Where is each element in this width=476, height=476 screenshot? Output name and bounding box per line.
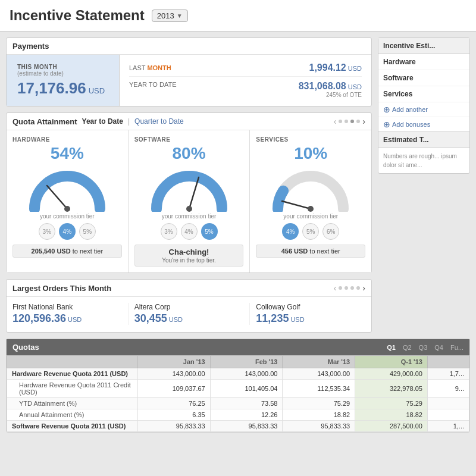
page-header: Incentive Statement 2013 ▼ <box>0 0 476 32</box>
table-row: Hardware Revenue Quota 2011 Credit (USD)… <box>7 380 469 398</box>
gauge-software-svg <box>148 164 231 212</box>
ytd-sub: 245% of OTE <box>299 92 362 98</box>
tier-3pct-hardware: 3% <box>39 223 55 240</box>
this-month-currency: USD <box>89 86 105 95</box>
tier-3pct-software: 3% <box>161 223 177 240</box>
quotas-card: Quotas Q1 Q2 Q3 Q4 Fu... Jan '13 Feb '13… <box>6 339 470 433</box>
svg-point-1 <box>64 206 70 212</box>
quota-nav: ‹ › <box>334 117 365 126</box>
order-currency-1: USD <box>68 316 82 323</box>
orders-dot-1 <box>339 286 342 290</box>
order-amount-1: 120,596.36 <box>12 312 66 325</box>
this-month-amount: 17,176.96 <box>17 79 86 98</box>
svg-line-2 <box>189 177 199 209</box>
gauge-software-footer: Cha-ching! You're in the top tier. <box>134 245 244 267</box>
quota-tab-qtd[interactable]: Quarter to Date <box>134 117 184 126</box>
svg-point-3 <box>186 206 192 212</box>
order-amount-2: 30,455 <box>134 312 167 325</box>
nav-dot-4 <box>356 120 360 123</box>
gauge-services-footer: 456 USD to next tier <box>256 245 365 258</box>
svg-line-0 <box>47 186 67 209</box>
add-another-button[interactable]: ⊕ Add another <box>378 102 469 117</box>
page-title: Incentive Statement <box>10 7 145 24</box>
ytd-amount: 831,068.08 <box>299 81 346 92</box>
gauge-software-label: SOFTWARE <box>134 136 171 143</box>
order-currency-3: USD <box>290 316 304 323</box>
col-header-extra <box>427 356 469 368</box>
col-header-mar: Mar '13 <box>283 356 355 368</box>
svg-line-4 <box>282 201 311 209</box>
this-month-panel: THIS MONTH (estimate to date) 17,176.96 … <box>7 55 120 106</box>
orders-nav-next[interactable]: › <box>362 283 365 293</box>
order-name-2: Altera Corp <box>134 303 244 311</box>
gauge-hardware: HARDWARE 54% your commission tier <box>7 130 129 273</box>
gauge-services: SERVICES 10% your commission tier 4% 5% <box>250 130 371 273</box>
gauge-software-pct: 80% <box>172 144 205 163</box>
nav-prev-icon[interactable]: ‹ <box>334 117 337 126</box>
gauge-hardware-label: HARDWARE <box>12 136 50 143</box>
last-month-amount: 1,994.12 <box>309 62 346 73</box>
orders-dot-3 <box>350 286 354 290</box>
quota-tab-q1[interactable]: Q1 <box>387 344 396 351</box>
col-header-q1: Q-1 '13 <box>355 356 428 368</box>
tier-4pct-services: 4% <box>282 223 299 240</box>
col-header-feb: Feb '13 <box>210 356 283 368</box>
orders-dot-2 <box>345 286 348 290</box>
tier-5pct-services: 5% <box>302 223 319 240</box>
this-month-sublabel: (estimate to date) <box>17 70 108 77</box>
ytd-label: YEAR TO DATE <box>129 81 176 88</box>
tier-4pct-software: 4% <box>181 223 198 240</box>
last-month-label: LAST MONTH <box>129 64 171 71</box>
orders-nav-prev[interactable]: ‹ <box>334 283 337 293</box>
order-item-2: Altera Corp 30,455 USD <box>129 303 250 325</box>
nav-next-icon[interactable]: › <box>362 117 365 126</box>
chevron-down-icon: ▼ <box>177 12 183 19</box>
quotas-table: Jan '13 Feb '13 Mar '13 Q-1 '13 Hardware… <box>7 355 469 432</box>
table-row: Hardware Revenue Quota 2011 (USD) 143,00… <box>7 368 469 380</box>
order-item-1: First National Bank 120,596.36 USD <box>12 303 129 325</box>
order-name-1: First National Bank <box>12 303 122 311</box>
quota-tab-fu[interactable]: Fu... <box>450 344 464 351</box>
quota-tab-q2[interactable]: Q2 <box>403 344 412 351</box>
order-currency-2: USD <box>169 316 183 323</box>
sidebar-item-services: Services <box>378 86 469 102</box>
col-header-jan: Jan '13 <box>138 356 211 368</box>
gauge-hardware-footer: 205,540 USD to next tier <box>12 245 122 258</box>
orders-title: Largest Orders This Month <box>12 284 111 293</box>
sidebar-note: Numbers are rough... ipsum dolor sit ame… <box>378 148 469 173</box>
quota-tab-ytd[interactable]: Year to Date <box>82 117 123 126</box>
add-bonuses-button[interactable]: ⊕ Add bonuses <box>378 117 469 132</box>
tier-5pct-software: 5% <box>201 223 218 240</box>
quota-card: Quota Attainment Year to Date | Quarter … <box>6 112 372 273</box>
plus-icon-bonuses: ⊕ <box>383 120 390 129</box>
quotas-title: Quotas <box>12 343 39 352</box>
year-selector[interactable]: 2013 ▼ <box>152 10 188 22</box>
quota-tab-q4[interactable]: Q4 <box>434 344 443 351</box>
order-item-3: Colloway Golf 11,235 USD <box>250 303 365 325</box>
this-month-label: THIS MONTH <box>17 64 108 70</box>
gauge-services-label: SERVICES <box>256 136 288 143</box>
year-value: 2013 <box>157 11 174 20</box>
payments-title: Payments <box>7 38 371 55</box>
orders-nav: ‹ › <box>334 283 365 293</box>
plus-icon-another: ⊕ <box>383 105 390 114</box>
gauge-software: SOFTWARE 80% your commission tier 3% 4% <box>129 130 250 273</box>
nav-dot-3 <box>350 120 354 123</box>
quota-tab-q3[interactable]: Q3 <box>419 344 428 351</box>
estimated-title: Estimated T... <box>378 132 469 148</box>
gauge-services-svg <box>269 164 352 212</box>
table-row: Annual Attainment (%) 6.35 12.26 18.82 1… <box>7 409 469 421</box>
last-month-currency: USD <box>348 65 362 72</box>
nav-dot-1 <box>339 120 342 123</box>
commission-label-hardware: your commission tier <box>40 213 95 220</box>
quotas-tabs: Q1 Q2 Q3 Q4 Fu... <box>387 344 464 351</box>
col-header-name <box>7 356 138 368</box>
order-amount-3: 11,235 <box>256 312 289 325</box>
gauge-hardware-pct: 54% <box>51 144 84 163</box>
payments-card: Payments THIS MONTH (estimate to date) 1… <box>6 37 372 107</box>
sidebar-item-software: Software <box>378 70 469 86</box>
gauge-services-pct: 10% <box>294 144 327 163</box>
table-row: YTD Attainment (%) 76.25 73.58 75.29 75.… <box>7 398 469 409</box>
right-sidebar: Incentive Esti... Hardware Software Serv… <box>378 37 470 174</box>
svg-point-5 <box>308 206 314 212</box>
